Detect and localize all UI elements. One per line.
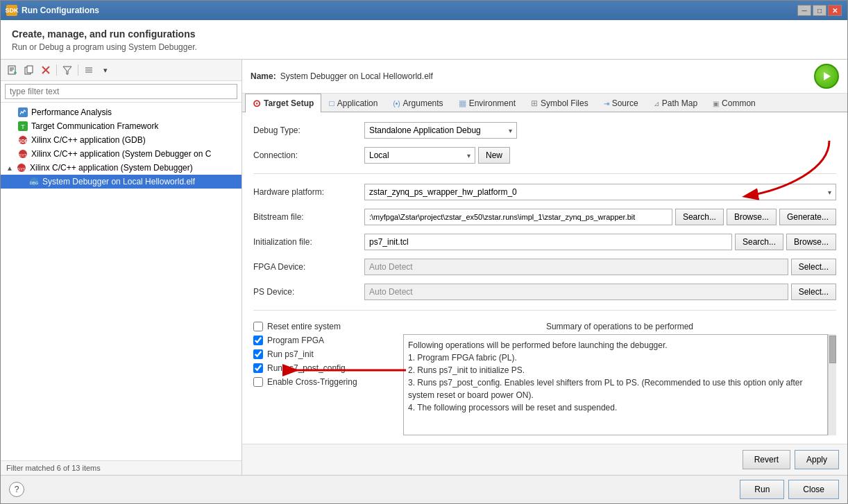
cross-trigger-label[interactable]: Enable Cross-Triggering [267, 377, 357, 387]
filter-input-wrapper [1, 81, 241, 103]
tab-arguments[interactable]: (•) Arguments [385, 94, 450, 112]
run-init-label[interactable]: Run ps7_init [267, 349, 314, 359]
init-search-button[interactable]: Search... [735, 234, 783, 250]
ps-select-button[interactable]: Select... [791, 284, 836, 300]
summary-scrollbar[interactable] [828, 334, 836, 435]
header-subtitle: Run or Debug a program using System Debu… [12, 42, 836, 52]
fpga-input [364, 259, 788, 275]
connection-row: Connection: Local ▾ Local New [253, 146, 836, 165]
filter-status: Filter matched 6 of 13 items [1, 460, 241, 475]
connection-select-wrapper[interactable]: Local ▾ Local [364, 147, 475, 164]
run-icon-button[interactable] [814, 64, 839, 89]
reset-label[interactable]: Reset entire system [267, 322, 341, 331]
name-bar: Name: System Debugger on Local Helloworl… [242, 60, 847, 94]
fpga-select-button[interactable]: Select... [791, 259, 836, 275]
window-title: Run Configurations [22, 6, 797, 15]
tab-source[interactable]: ⇥ Source [596, 94, 646, 112]
checkbox-row: Run ps7_init [253, 349, 392, 359]
svg-text:SYS: SYS [19, 153, 27, 157]
minimize-button[interactable]: ─ [797, 5, 811, 16]
revert-button[interactable]: Revert [743, 450, 790, 469]
app-tab-icon: □ [329, 98, 334, 108]
list-item[interactable]: ▲ SYS Xilinx C/C++ application (System D… [1, 161, 241, 175]
app-icon: SDK [6, 5, 17, 16]
close-button[interactable]: ✕ [828, 5, 842, 16]
tab-path-map[interactable]: ⊿ Path Map [646, 94, 705, 112]
list-item[interactable]: Performance Analysis [1, 105, 241, 119]
tab-label: Source [612, 98, 638, 108]
init-label: Initialization file: [253, 237, 364, 247]
run-configurations-window: SDK Run Configurations ─ □ ✕ Create, man… [0, 0, 848, 504]
new-connection-button[interactable]: New [478, 147, 510, 164]
debug-icon: DBG [28, 176, 40, 187]
init-input[interactable] [364, 234, 732, 250]
bottom-bar: ? Run Close [1, 475, 847, 503]
help-button[interactable]: ? [9, 482, 24, 497]
hw-platform-select-wrapper[interactable]: zstar_zynq_ps_wrapper_hw_platform_0 ▾ zs… [364, 184, 836, 200]
tab-environment[interactable]: ▦ Environment [451, 94, 523, 112]
operations-checkboxes: Reset entire system Program FPGA Run ps7… [253, 322, 392, 435]
svg-rect-7 [27, 66, 33, 73]
header-section: Create, manage, and run configurations R… [1, 20, 847, 60]
tab-bar: ⊙ Target Setup □ Application (•) Argumen… [242, 94, 847, 112]
title-bar: SDK Run Configurations ─ □ ✕ [1, 1, 847, 20]
program-fpga-checkbox[interactable] [253, 336, 263, 345]
checkbox-row: Reset entire system [253, 322, 392, 331]
hardware-platform-row: Hardware platform: zstar_zynq_ps_wrapper… [253, 182, 836, 202]
run-button[interactable]: Run [740, 480, 784, 499]
hw-platform-control: zstar_zynq_ps_wrapper_hw_platform_0 ▾ zs… [364, 184, 836, 200]
tab-label: Common [722, 98, 756, 108]
tab-application[interactable]: □ Application [321, 94, 385, 112]
bottom-buttons: Run Close [740, 480, 839, 499]
checkbox-row: Program FPGA [253, 336, 392, 345]
ps-label: PS Device: [253, 287, 364, 297]
run-post-checkbox[interactable] [253, 363, 263, 373]
list-item[interactable]: SYS Xilinx C/C++ application (System Deb… [1, 147, 241, 161]
duplicate-button[interactable] [22, 62, 37, 78]
tab-symbol-files[interactable]: ⊞ Symbol Files [523, 94, 596, 112]
list-item[interactable]: DBG System Debugger on Local Helloworld.… [1, 175, 241, 189]
run-post-label[interactable]: Run ps7_post_config [267, 363, 346, 373]
scrollbar-thumb[interactable] [829, 336, 836, 363]
right-panel: Name: System Debugger on Local Helloworl… [242, 60, 847, 475]
main-area: ▾ Performance Analysis [1, 60, 847, 475]
fpga-device-row: FPGA Device: Select... [253, 257, 836, 277]
tree-toggle[interactable]: ▲ [6, 164, 16, 172]
debug-type-select-wrapper[interactable]: Standalone Application Debug ▾ Standalon… [364, 122, 517, 139]
maximize-button[interactable]: □ [813, 5, 826, 16]
list-item[interactable]: GDB Xilinx C/C++ application (GDB) [1, 133, 241, 147]
run-init-checkbox[interactable] [253, 349, 263, 359]
tab-label: Arguments [403, 98, 443, 108]
tab-target-setup[interactable]: ⊙ Target Setup [245, 94, 321, 112]
init-browse-button[interactable]: Browse... [786, 234, 836, 250]
list-item[interactable]: T Target Communication Framework [1, 119, 241, 133]
bitstream-search-button[interactable]: Search... [675, 209, 724, 225]
summary-title: Summary of operations to be performed [403, 322, 836, 331]
bitstream-row: Bitstream file: Search... Browse... Gene… [253, 207, 836, 227]
debug-type-row: Debug Type: Standalone Application Debug… [253, 121, 836, 140]
collapse-button[interactable] [81, 62, 96, 78]
reset-checkbox[interactable] [253, 322, 263, 331]
delete-button[interactable] [38, 62, 53, 78]
new-config-button[interactable] [5, 62, 20, 78]
target-tab-icon: ⊙ [253, 98, 261, 109]
more-button[interactable]: ▾ [98, 62, 113, 78]
tab-label: Target Setup [264, 98, 314, 108]
bitstream-input[interactable] [364, 209, 672, 225]
bitstream-browse-button[interactable]: Browse... [727, 209, 777, 225]
bitstream-generate-button[interactable]: Generate... [779, 209, 836, 225]
form-divider-2 [253, 310, 836, 311]
filter-button[interactable] [60, 62, 75, 78]
tab-label: Environment [469, 98, 516, 108]
apply-button[interactable]: Apply [795, 450, 839, 469]
perf-icon [17, 107, 28, 118]
config-tree: Performance Analysis T Target Communicat… [1, 103, 241, 460]
tab-common[interactable]: ▣ Common [705, 94, 763, 112]
close-button-bottom[interactable]: Close [788, 480, 839, 499]
form-divider-1 [253, 173, 836, 174]
program-fpga-label[interactable]: Program FPGA [267, 336, 324, 345]
fpga-control: Select... [364, 259, 836, 275]
cross-trigger-checkbox[interactable] [253, 377, 263, 387]
header-title: Create, manage, and run configurations [12, 28, 836, 40]
filter-input[interactable] [5, 84, 237, 99]
